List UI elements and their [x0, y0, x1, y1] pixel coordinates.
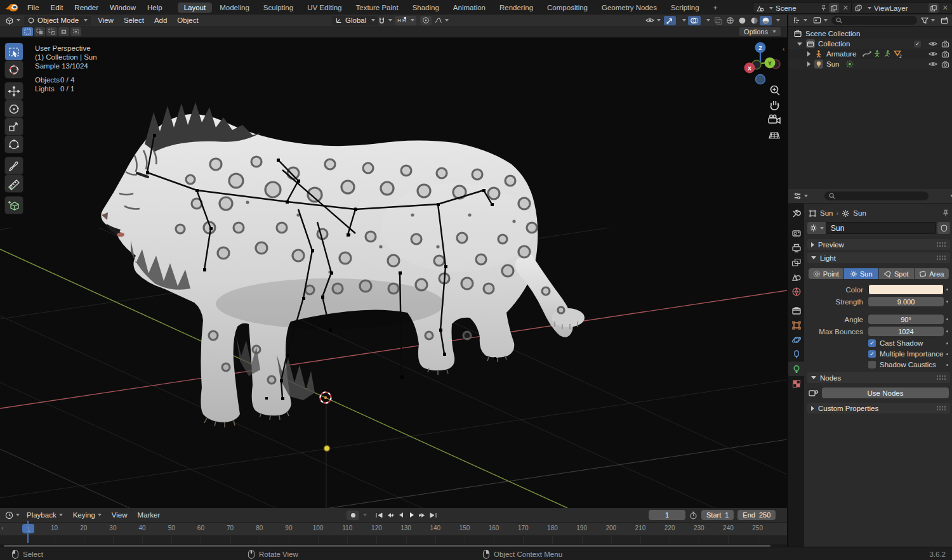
properties-search-input[interactable] — [824, 192, 929, 200]
transform-orientation-dropdown[interactable]: Global — [332, 16, 378, 25]
zoom-control-icon[interactable] — [771, 86, 780, 96]
shading-solid-button[interactable] — [736, 16, 748, 25]
properties-tab-world[interactable] — [788, 284, 804, 299]
workspace-tab-sculpting[interactable]: Sculpting — [257, 3, 300, 13]
add-workspace-button[interactable]: + — [707, 3, 724, 13]
light-type-area[interactable]: Area — [915, 268, 949, 279]
jump-to-start-button[interactable] — [374, 511, 384, 520]
new-scene-button[interactable] — [829, 3, 839, 13]
3d-cursor[interactable] — [321, 393, 331, 403]
viewlayer-name[interactable]: ViewLayer — [874, 4, 926, 12]
disable-render-icon[interactable] — [941, 50, 949, 58]
gizmo-y[interactable]: Y — [765, 58, 776, 68]
outliner-row-armature[interactable]: Armature2 — [788, 49, 952, 59]
max-bounces-field[interactable]: 1024 — [868, 327, 944, 336]
expander-icon[interactable] — [807, 62, 810, 67]
light-type-spot[interactable]: Spot — [879, 268, 914, 279]
workspace-tab-rendering[interactable]: Rendering — [493, 3, 539, 13]
play-reverse-button[interactable] — [396, 511, 406, 520]
workspace-tab-geometry-nodes[interactable]: Geometry Nodes — [595, 3, 663, 13]
navigation-gizmo[interactable]: Z X Y — [744, 42, 781, 84]
overlays-dropdown[interactable] — [702, 16, 712, 25]
properties-tab-object[interactable] — [788, 318, 804, 332]
end-frame-field[interactable]: End250 — [737, 510, 776, 520]
workspace-tab-modeling[interactable]: Modeling — [213, 3, 256, 13]
start-frame-field[interactable]: Start1 — [701, 510, 734, 520]
editor-type-button[interactable] — [3, 16, 22, 25]
viewport-menu-add[interactable]: Add — [149, 16, 172, 24]
workspace-tab-animation[interactable]: Animation — [447, 3, 492, 13]
leopard-model[interactable] — [101, 102, 585, 427]
outliner-label[interactable]: Scene Collection — [805, 30, 860, 37]
shading-rendered-button[interactable] — [760, 16, 772, 25]
outliner-row-collection[interactable]: Collection✓ — [788, 39, 952, 49]
properties-tab-constraints[interactable] — [788, 347, 804, 361]
gizmo-z[interactable]: Z — [755, 42, 766, 53]
properties-tab-scene[interactable] — [788, 270, 804, 284]
strength-field[interactable]: 9.000 — [868, 297, 944, 306]
remove-viewlayer-button[interactable]: ✕ — [941, 4, 949, 12]
proportional-edit-toggle[interactable] — [420, 16, 432, 25]
panel-custom-properties[interactable]: Custom Properties — [807, 403, 950, 413]
select-mode-subtract[interactable] — [46, 27, 57, 36]
properties-tab-object-data[interactable] — [788, 361, 804, 376]
frame-ruler[interactable]: ‹ 1 102030405060708090100110120130140150… — [0, 523, 787, 536]
panel-nodes[interactable]: Nodes — [807, 372, 950, 383]
panel-preview[interactable]: Preview — [807, 239, 950, 250]
sidebar-collapse-arrow[interactable]: ‹ — [783, 46, 784, 53]
hide-eye-icon[interactable] — [929, 50, 937, 58]
expander-icon[interactable] — [797, 42, 802, 46]
light-type-sun[interactable]: Sun — [844, 268, 879, 279]
pin-icon[interactable] — [942, 209, 949, 217]
outliner-search-input[interactable] — [831, 16, 917, 25]
select-mode-extend[interactable] — [34, 27, 45, 36]
disable-render-icon[interactable] — [941, 60, 949, 68]
outliner-label[interactable]: Armature — [826, 50, 856, 58]
disable-render-icon[interactable] — [941, 40, 949, 48]
panel-light[interactable]: Light — [807, 252, 950, 263]
new-collection-button[interactable] — [939, 16, 951, 25]
viewport-menu-select[interactable]: Select — [119, 16, 149, 24]
jump-to-end-button[interactable] — [428, 511, 438, 520]
viewport-menu-view[interactable]: View — [93, 16, 119, 24]
shading-wireframe-button[interactable] — [724, 16, 736, 25]
grid-ortho-icon[interactable] — [769, 133, 779, 138]
workspace-tab-texture-paint[interactable]: Texture Paint — [350, 3, 405, 13]
properties-tab-tool[interactable] — [788, 207, 804, 221]
options-dropdown[interactable]: Options — [739, 27, 781, 36]
timeline-menu-keying[interactable]: Keying — [68, 511, 107, 519]
viewport-menu-object[interactable]: Object — [172, 16, 203, 24]
workspace-tab-layout[interactable]: Layout — [178, 3, 213, 13]
shading-material-button[interactable] — [748, 16, 760, 25]
expander-icon[interactable] — [807, 51, 810, 56]
scene-selector[interactable]: Scene ✕ — [753, 2, 853, 14]
playhead[interactable] — [27, 521, 29, 543]
new-viewlayer-button[interactable] — [929, 3, 939, 13]
timeline-menu-playback[interactable]: Playback — [22, 511, 68, 519]
timeline-editor-type-button[interactable] — [3, 511, 22, 520]
keying-dropdown[interactable] — [363, 514, 367, 516]
light-type-browse-button[interactable] — [807, 222, 826, 234]
tool-transform[interactable] — [5, 136, 23, 153]
checkbox-shadow-caustics[interactable] — [868, 361, 876, 368]
select-mode-tweak[interactable] — [22, 27, 33, 36]
properties-tab-view-layer[interactable] — [788, 255, 804, 270]
tool-cursor[interactable] — [5, 61, 23, 78]
blender-logo[interactable] — [5, 3, 19, 13]
properties-tab-texture[interactable] — [788, 376, 804, 391]
breadcrumb-data[interactable]: Sun — [853, 209, 866, 217]
outliner-filter-button[interactable] — [919, 16, 937, 25]
angle-field[interactable]: 90° — [868, 315, 944, 324]
topbar-menu-window[interactable]: Window — [104, 0, 142, 15]
hide-eye-icon[interactable] — [929, 40, 937, 48]
outliner-label[interactable]: Sun — [826, 60, 839, 68]
light-origin-point[interactable] — [324, 446, 330, 452]
properties-tab-collection[interactable] — [788, 303, 804, 318]
gizmos-toggle[interactable] — [664, 16, 676, 25]
pan-control-icon[interactable] — [771, 101, 779, 110]
hide-eye-icon[interactable] — [929, 60, 937, 68]
topbar-menu-file[interactable]: File — [22, 0, 45, 15]
light-type-point[interactable]: Point — [809, 268, 843, 279]
workspace-tab-scripting[interactable]: Scripting — [664, 3, 706, 13]
tool-select-box[interactable] — [5, 43, 23, 60]
